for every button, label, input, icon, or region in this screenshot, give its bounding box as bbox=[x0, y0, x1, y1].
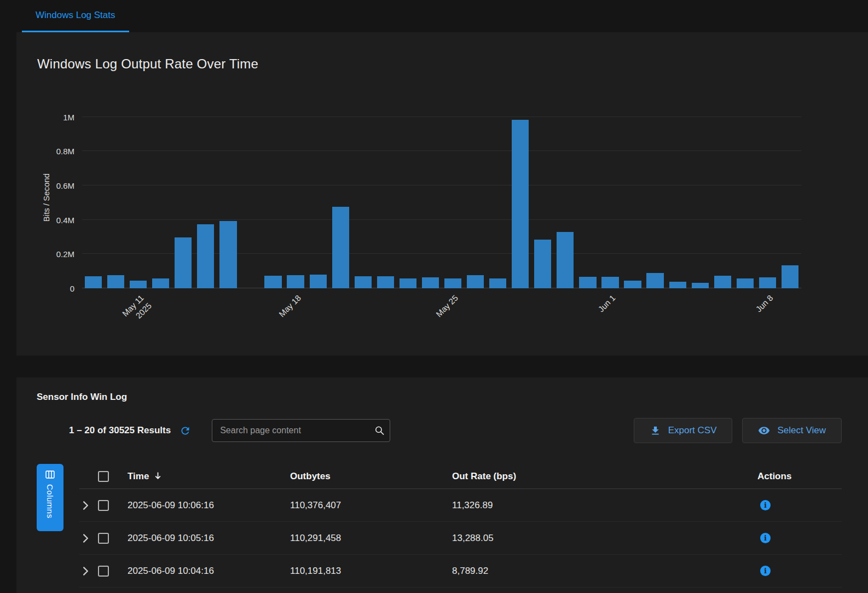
row-expand-chevron[interactable] bbox=[83, 534, 89, 543]
chart-bar[interactable] bbox=[444, 278, 461, 288]
table-row: 2025-06-09 10:05:16 110,291,458 13,288.0… bbox=[79, 522, 842, 555]
select-all-checkbox[interactable] bbox=[98, 471, 109, 482]
chart-bar[interactable] bbox=[287, 275, 304, 288]
bar-slot bbox=[217, 107, 239, 288]
chart-bar[interactable] bbox=[197, 224, 214, 288]
chart-bar[interactable] bbox=[534, 240, 551, 288]
chart-bar[interactable] bbox=[512, 120, 529, 289]
y-tick-label: 0 bbox=[70, 284, 74, 293]
bar-slot bbox=[194, 107, 217, 288]
y-tick-label: 0.2M bbox=[56, 249, 74, 259]
chart-bar[interactable] bbox=[759, 277, 776, 288]
chart-bar[interactable] bbox=[646, 273, 663, 288]
bar-slot bbox=[149, 107, 172, 288]
chart-bar[interactable] bbox=[152, 278, 169, 288]
table-section: Sensor Info Win Log 1 – 20 of 30525 Resu… bbox=[16, 377, 868, 593]
bar-slot bbox=[487, 107, 509, 288]
bar-slot bbox=[82, 107, 105, 288]
chart-bar[interactable] bbox=[489, 278, 506, 288]
chart-bar[interactable] bbox=[219, 221, 236, 288]
chart-bar[interactable] bbox=[692, 283, 709, 288]
chart-title: Windows Log Output Rate Over Time bbox=[37, 56, 868, 72]
column-header-outrate[interactable]: Out Rate (bps) bbox=[452, 471, 757, 482]
bar-slot bbox=[509, 107, 531, 288]
actions-header-label: Actions bbox=[757, 471, 791, 482]
bar-slot bbox=[576, 107, 599, 288]
info-icon[interactable] bbox=[760, 533, 771, 543]
chart-bar[interactable] bbox=[310, 275, 327, 288]
columns-button[interactable]: Columns bbox=[37, 464, 63, 531]
chart-bar[interactable] bbox=[624, 281, 641, 288]
x-tick-sublabel: 2025 bbox=[127, 300, 153, 327]
cell-outrate: 8,789.92 bbox=[452, 566, 757, 577]
bar-slot bbox=[667, 107, 689, 288]
chart-bar[interactable] bbox=[377, 276, 394, 288]
chart-bar[interactable] bbox=[130, 281, 147, 288]
column-header-actions: Actions bbox=[757, 471, 842, 482]
bar-slot bbox=[172, 107, 194, 288]
info-icon[interactable] bbox=[760, 500, 771, 510]
y-tick-label: 0.6M bbox=[56, 181, 74, 190]
results-summary: 1 – 20 of 30525 Results bbox=[69, 425, 171, 436]
cell-time: 2025-06-09 10:05:16 bbox=[128, 533, 290, 544]
eye-icon bbox=[758, 425, 770, 437]
chart-plot: 00.2M0.4M0.6M0.8M1M bbox=[82, 107, 801, 288]
chart-bar[interactable] bbox=[332, 207, 349, 288]
data-table: Time Outbytes Out Rate (bps) Actions bbox=[79, 464, 842, 588]
cell-outrate: 13,288.05 bbox=[452, 533, 757, 544]
bar-slot bbox=[442, 107, 464, 288]
cell-outbytes: 110,291,458 bbox=[290, 533, 452, 544]
bar-slot bbox=[734, 107, 756, 288]
bar-slot bbox=[105, 107, 127, 288]
column-header-outbytes[interactable]: Outbytes bbox=[290, 471, 452, 482]
tab-bar: Windows Log Stats bbox=[0, 0, 868, 32]
bar-slot bbox=[711, 107, 734, 288]
export-csv-button[interactable]: Export CSV bbox=[634, 418, 733, 443]
refresh-button[interactable] bbox=[180, 425, 191, 437]
bar-slot bbox=[779, 107, 801, 288]
select-view-button[interactable]: Select View bbox=[742, 418, 842, 443]
chart-bar[interactable] bbox=[355, 276, 372, 288]
x-tick-label: Jun 1 bbox=[596, 293, 618, 315]
y-tick-label: 0.8M bbox=[56, 147, 74, 156]
chart-bar[interactable] bbox=[579, 277, 596, 288]
table-row: 2025-06-09 10:06:16 110,376,407 11,326.8… bbox=[79, 489, 842, 522]
bar-slot bbox=[531, 107, 554, 288]
chart-bar[interactable] bbox=[782, 265, 798, 288]
bar-slot bbox=[239, 107, 262, 288]
cell-time: 2025-06-09 10:04:16 bbox=[128, 566, 290, 577]
cell-time: 2025-06-09 10:06:16 bbox=[128, 500, 290, 511]
chart-bar[interactable] bbox=[737, 278, 754, 288]
column-header-time[interactable]: Time bbox=[128, 471, 290, 482]
chart-bar[interactable] bbox=[557, 232, 574, 288]
chart-bar[interactable] bbox=[107, 275, 124, 288]
row-checkbox[interactable] bbox=[98, 500, 109, 511]
search-input[interactable] bbox=[212, 419, 390, 442]
chart-bar[interactable] bbox=[264, 276, 281, 288]
bar-slot bbox=[262, 107, 285, 288]
tab-windows-log-stats[interactable]: Windows Log Stats bbox=[22, 0, 129, 32]
row-expand-chevron[interactable] bbox=[83, 501, 89, 510]
info-icon[interactable] bbox=[760, 566, 771, 576]
bar-slot bbox=[622, 107, 644, 288]
bar-slot bbox=[756, 107, 779, 288]
chart-bar[interactable] bbox=[467, 275, 484, 288]
chart-bar[interactable] bbox=[422, 277, 439, 288]
chart-bar[interactable] bbox=[175, 237, 192, 288]
row-checkbox[interactable] bbox=[98, 533, 109, 544]
chart-bar[interactable] bbox=[601, 277, 618, 288]
outrate-header-label: Out Rate (bps) bbox=[452, 471, 516, 482]
row-checkbox[interactable] bbox=[98, 566, 109, 577]
search-box bbox=[212, 419, 390, 442]
search-icon[interactable] bbox=[374, 426, 385, 436]
x-tick-label: May 112025 bbox=[120, 293, 154, 327]
chart-bar[interactable] bbox=[714, 276, 731, 288]
cell-outbytes: 110,191,813 bbox=[290, 566, 452, 577]
sort-desc-icon bbox=[153, 472, 163, 481]
export-csv-label: Export CSV bbox=[668, 425, 717, 436]
row-expand-chevron[interactable] bbox=[83, 567, 89, 575]
bar-slot bbox=[127, 107, 149, 288]
chart-bar[interactable] bbox=[85, 276, 102, 288]
chart-bar[interactable] bbox=[669, 282, 686, 288]
chart-bar[interactable] bbox=[400, 278, 416, 288]
